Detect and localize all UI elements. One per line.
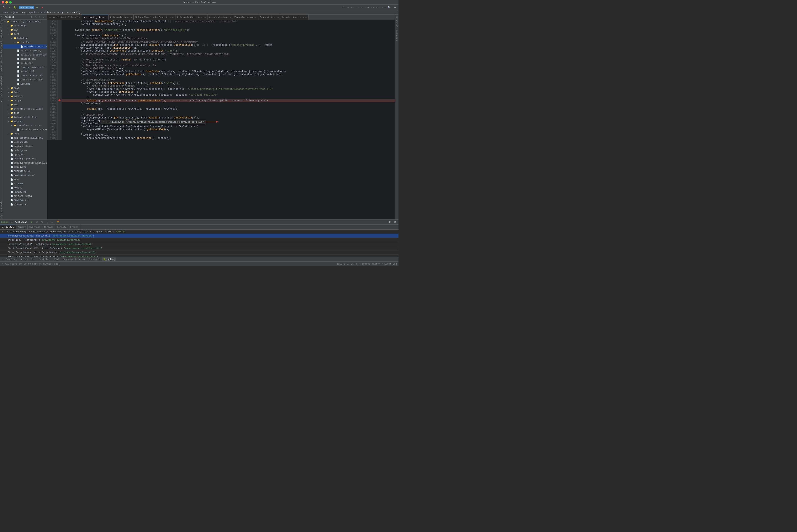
breadcrumb-catalina[interactable]: catalina — [40, 11, 51, 14]
bottom-tab-terminal[interactable]: Terminal — [87, 258, 101, 261]
line-gutter[interactable] — [57, 67, 61, 70]
breadcrumb-apache[interactable]: apache — [29, 11, 37, 14]
debug-frame-row[interactable]: fireLifecycleEvent:117, LifecycleSupport… — [0, 246, 398, 250]
bottom-tab-profiler[interactable]: Profiler — [37, 258, 52, 261]
debug-frame-row[interactable]: lifecycleEvent:390, HostConfig ((org.apa… — [0, 242, 398, 246]
tree-item[interactable]: 📄catalina.properties — [3, 53, 47, 57]
toolbar-debug-btn[interactable]: 🐛 — [13, 6, 18, 9]
tree-item[interactable]: ▶📁servelet-test-1.0_bak — [3, 107, 47, 111]
line-gutter[interactable] — [57, 28, 61, 32]
breadcrumb-startup[interactable]: startup — [54, 11, 63, 14]
tree-item[interactable]: 📄.project — [3, 153, 47, 157]
breakpoint-dot[interactable] — [58, 99, 60, 101]
tree-item[interactable]: ▼📁Catalina — [3, 36, 47, 40]
panel-icon-sort[interactable]: ↕ — [38, 15, 41, 19]
debug-tab-variables[interactable]: Variables — [0, 225, 16, 229]
debug-tab-frames[interactable]: Frames — [69, 225, 80, 229]
line-gutter[interactable] — [57, 34, 61, 37]
panel-icon-collapse[interactable]: ≡ — [34, 15, 37, 19]
line-gutter[interactable] — [57, 137, 61, 140]
editor-tab[interactable]: servelet-test-1.0.xml✕ — [47, 15, 82, 20]
tree-item[interactable]: ▼📁webapps — [3, 119, 47, 124]
line-gutter[interactable] — [57, 20, 61, 23]
line-gutter[interactable] — [57, 56, 61, 58]
line-gutter[interactable] — [57, 82, 61, 85]
tree-item[interactable]: ▶📁.settings — [3, 24, 47, 28]
tab-close-btn[interactable]: ✕ — [131, 16, 132, 19]
editor-tab[interactable]: Constants.java✕ — [207, 15, 233, 20]
tree-item[interactable]: 📄build.xml — [3, 165, 47, 169]
fullscreen-button[interactable] — [9, 1, 12, 3]
debug-tab-console[interactable]: Console — [55, 225, 69, 229]
panel-icon-close[interactable]: ✕ — [42, 15, 45, 19]
bottom-tab-debug[interactable]: 🐛 Debug — [102, 258, 116, 261]
tree-item[interactable]: 📄RUNNING.txt — [3, 198, 47, 203]
tree-item[interactable]: ▼📁localhost — [3, 40, 47, 44]
tree-item[interactable]: 📄web.xml — [3, 82, 47, 86]
breadcrumb-hostconfig[interactable]: HostConfig — [67, 11, 80, 14]
line-gutter[interactable] — [57, 76, 61, 78]
line-gutter[interactable] — [57, 52, 61, 56]
tree-item[interactable]: ▶📁work — [3, 132, 47, 136]
tree-item[interactable]: 📄RELEASE-NOTES — [3, 194, 47, 198]
tree-item[interactable]: 📄server.xml — [3, 70, 47, 74]
debug-step-into-btn[interactable]: ↪ — [40, 220, 44, 224]
tree-item[interactable]: 📄CONTRIBUTING.md — [3, 173, 47, 177]
panel-icon-settings[interactable]: ⚙ — [30, 15, 33, 19]
tree-item[interactable]: ▶📁test — [3, 111, 47, 115]
side-bigdata-label[interactable]: Big Data Tools — [0, 200, 3, 220]
debug-frame-row[interactable]: check:1933, HostConfig ((org.apache.cata… — [0, 238, 398, 242]
tree-item[interactable]: 📄servelet-test-1.0.xml — [3, 44, 47, 49]
side-codota-label[interactable]: Codota — [0, 87, 3, 97]
editor-tab[interactable]: LifecycleState.java✕ — [175, 15, 207, 20]
tab-close-btn[interactable]: ✕ — [172, 16, 174, 19]
bottom-tab-todo[interactable]: TODO — [52, 258, 61, 261]
line-gutter[interactable] — [57, 26, 61, 28]
editor-tab[interactable]: WebappClassLoaderBase.java✕ — [134, 15, 175, 20]
toolbar-build-btn[interactable]: 🔨 — [1, 6, 7, 9]
tree-item[interactable]: 📄logging.properties — [3, 65, 47, 70]
line-gutter[interactable] — [57, 64, 61, 67]
tree-item[interactable]: 📄tomcat-users.xsd — [3, 78, 47, 82]
line-gutter[interactable] — [57, 99, 61, 102]
side-json-label[interactable]: JSON Parser — [0, 58, 3, 74]
bottom-tab-git[interactable]: Git — [29, 258, 37, 261]
line-gutter[interactable] — [57, 134, 61, 137]
debug-settings-btn[interactable]: ⚙ — [387, 220, 392, 224]
run-config-dropdown[interactable]: Bootstrap — [19, 6, 34, 9]
line-gutter[interactable] — [57, 119, 61, 122]
editor-content[interactable]: 1585 resource.lastModified() < currentTi… — [47, 20, 395, 220]
tree-item[interactable]: ▼📁conf — [3, 32, 47, 36]
line-gutter[interactable] — [57, 44, 61, 46]
line-gutter[interactable] — [57, 78, 61, 82]
line-gutter[interactable] — [57, 40, 61, 44]
line-gutter[interactable] — [57, 113, 61, 116]
status-event-log[interactable]: ⚡ Event Log — [382, 263, 397, 265]
breadcrumb-org[interactable]: org — [21, 11, 25, 14]
line-gutter[interactable] — [57, 111, 61, 113]
line-gutter[interactable] — [57, 58, 61, 61]
tree-item[interactable]: ▶📁logs — [3, 90, 47, 94]
side-structure-label[interactable]: Structure — [0, 26, 3, 39]
tab-close-btn[interactable]: ✕ — [230, 16, 231, 19]
toolbar-search-btn[interactable]: 🔍 — [386, 6, 392, 9]
side-pullreq-label[interactable]: Pull Requests — [0, 39, 3, 58]
minimize-button[interactable] — [5, 1, 8, 3]
side-project-label[interactable]: Project — [0, 15, 3, 26]
bottom-tab-sequence-diagram[interactable]: Sequence Diagram — [61, 258, 87, 261]
tree-item[interactable]: 📄STATUS.txt — [3, 203, 47, 207]
line-gutter[interactable] — [57, 88, 61, 91]
debug-frames-content[interactable]: ▶"ContainerBackgroundProcessor[StandardE… — [0, 230, 398, 257]
tree-item[interactable]: 📄build.properties.default — [3, 161, 47, 165]
line-gutter[interactable] — [57, 37, 61, 40]
bottom-tab-build[interactable]: Build — [19, 258, 29, 261]
tree-item[interactable]: 📄catalina.policy — [3, 49, 47, 53]
status-position[interactable]: 1612:1 — [337, 263, 345, 265]
line-gutter[interactable] — [57, 23, 61, 26]
editor-tab[interactable]: Context.java✕ — [258, 15, 280, 20]
line-gutter[interactable] — [57, 122, 61, 125]
debug-evaluate-btn[interactable]: 🧮 — [55, 220, 61, 224]
debug-close-btn[interactable]: ✕ — [393, 220, 397, 224]
tree-item[interactable]: 📄ant-targets-build.xml — [3, 136, 47, 140]
toolbar-run-btn2[interactable]: ▶ — [35, 6, 39, 9]
